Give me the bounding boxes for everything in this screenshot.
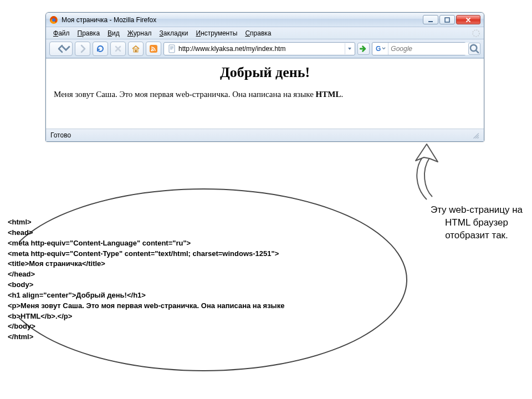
back-button[interactable]: [49, 42, 73, 56]
menubar: Файл Правка Вид Журнал Закладки Инструме…: [46, 27, 484, 39]
svg-point-8: [151, 49, 152, 51]
chevron-down-icon: [382, 47, 386, 50]
home-button[interactable]: [128, 42, 144, 56]
page-heading: Добрый день!: [54, 64, 476, 81]
maximize-button[interactable]: [439, 15, 455, 24]
url-input[interactable]: [178, 43, 345, 55]
callout-arrow-icon: [393, 139, 454, 205]
page-content: Добрый день! Меня зовут Саша. Это моя пе…: [46, 58, 484, 129]
svg-rect-11: [170, 48, 173, 48]
search-bar: G: [372, 42, 466, 55]
menu-view[interactable]: Вид: [104, 28, 124, 38]
resize-grip-icon[interactable]: [472, 131, 479, 139]
close-button[interactable]: [456, 15, 480, 24]
forward-button[interactable]: [75, 42, 90, 56]
status-text: Готово: [50, 131, 71, 139]
window-title: Моя страничка - Mozilla Firefox: [62, 16, 156, 24]
menu-help[interactable]: Справка: [241, 28, 275, 38]
throbber-icon: [472, 29, 480, 38]
reload-button[interactable]: [93, 42, 108, 56]
titlebar: Моя страничка - Mozilla Firefox: [46, 13, 484, 27]
svg-rect-6: [135, 50, 137, 52]
firefox-icon: [49, 16, 58, 24]
menu-edit[interactable]: Правка: [74, 28, 104, 38]
google-icon: G: [376, 45, 381, 53]
source-code: <html> <head> <meta http-equiv="Content-…: [8, 217, 307, 342]
source-bubble: <html> <head> <meta http-equiv="Content-…: [0, 177, 421, 382]
feed-button[interactable]: [146, 42, 161, 56]
search-input[interactable]: [388, 43, 477, 55]
go-button[interactable]: [357, 43, 370, 55]
svg-rect-2: [428, 21, 433, 22]
callout-caption: Эту web-страницу на HTML браузер отобраз…: [427, 204, 526, 242]
search-engine-selector[interactable]: G: [374, 43, 388, 55]
svg-point-4: [473, 30, 479, 37]
svg-rect-10: [170, 47, 173, 47]
page-paragraph: Меня зовут Саша. Это моя первая web-стра…: [54, 90, 476, 99]
menu-file[interactable]: Файл: [49, 28, 74, 38]
stop-button[interactable]: [110, 42, 126, 56]
menu-tools[interactable]: Инструменты: [192, 28, 242, 38]
menu-bookmarks[interactable]: Закладки: [156, 28, 192, 38]
svg-point-1: [52, 18, 55, 22]
svg-rect-12: [170, 49, 172, 49]
minimize-button[interactable]: [423, 15, 438, 24]
toolbar: G: [46, 39, 484, 58]
address-bar: [163, 42, 355, 55]
svg-rect-7: [150, 45, 157, 53]
browser-window: Моя страничка - Mozilla Firefox Файл Пра…: [45, 12, 484, 142]
menu-history[interactable]: Журнал: [124, 28, 156, 38]
page-icon: [167, 44, 176, 53]
search-button[interactable]: [468, 43, 480, 55]
url-dropdown[interactable]: [345, 43, 354, 54]
svg-rect-3: [445, 18, 449, 22]
